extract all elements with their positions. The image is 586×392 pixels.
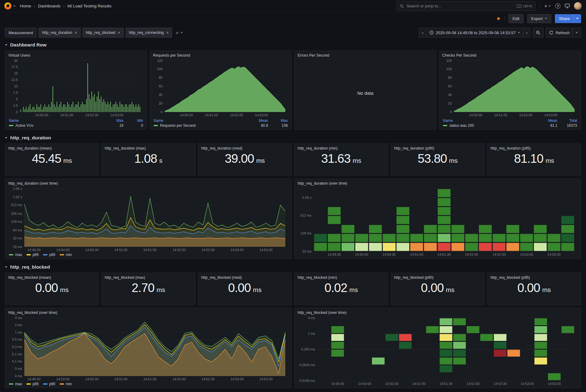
refresh-button[interactable]: Refresh <box>546 28 573 38</box>
legend-col-mean[interactable]: Mean <box>248 118 268 123</box>
zoom-out-icon <box>536 30 540 35</box>
remove-filter-icon[interactable]: × <box>74 30 77 35</box>
legend-col-name[interactable]: Name <box>443 118 538 123</box>
svg-text:14:50:30: 14:50:30 <box>85 377 98 381</box>
section-dashboard-row[interactable]: Dashboard Row <box>5 39 581 50</box>
share-menu-button[interactable] <box>574 14 581 23</box>
filter-key-measurement[interactable]: Measurement <box>5 28 37 38</box>
panel-title[interactable]: http_req_duration (med) <box>201 146 288 150</box>
svg-text:14:51:00: 14:51:00 <box>205 113 218 117</box>
filter-tag-http-req-connecting[interactable]: http_req_connecting × <box>126 28 172 38</box>
panel-title[interactable]: Checks Per Second <box>442 53 578 58</box>
panel-title[interactable]: http_req_duration (over time) <box>8 181 288 186</box>
panel-title[interactable]: http_req_blocked (min) <box>298 275 385 280</box>
top-nav: Home › Dashboards › k6 Load Testing Resu… <box>0 0 586 12</box>
panel-title[interactable]: http_req_duration (mean) <box>8 146 95 150</box>
legend-item-max[interactable]: max <box>9 382 22 386</box>
panel-title[interactable]: http_req_blocked (p90) <box>394 275 481 280</box>
legend-item-p90[interactable]: p90 <box>43 382 55 386</box>
panel-title[interactable]: Errors Per Second <box>298 53 433 58</box>
time-shift-back-button[interactable]: ‹ <box>419 28 426 38</box>
panel-title[interactable]: http_req_duration (p95) <box>491 146 578 150</box>
legend-value-mean: 61.1 <box>538 123 557 128</box>
legend-item-p90[interactable]: p90 <box>43 253 55 257</box>
export-button[interactable]: Export <box>527 14 552 23</box>
remove-filter-icon[interactable]: × <box>166 30 169 35</box>
legend-item-p95[interactable]: p95 <box>26 253 39 257</box>
breadcrumb-separator: › <box>63 4 65 9</box>
panel-title[interactable]: Requests per Second <box>153 53 288 58</box>
panel-title[interactable]: http_req_duration (over time) <box>298 181 578 186</box>
time-shift-forward-button[interactable]: › <box>523 28 530 38</box>
legend-col-max[interactable]: Max <box>268 118 288 123</box>
svg-text:0.1 ms: 0.1 ms <box>12 352 22 356</box>
panel-title[interactable]: http_req_blocked (over time) <box>8 310 288 315</box>
panel-title[interactable]: Virtual Users <box>8 53 144 58</box>
legend-item-min[interactable]: min <box>60 253 72 257</box>
svg-text:0.1 ms: 0.1 ms <box>12 359 22 363</box>
svg-text:4 ms: 4 ms <box>308 316 315 320</box>
panel-title[interactable]: http_req_duration (min) <box>298 146 385 150</box>
news-button[interactable] <box>565 4 570 8</box>
filter-tag-http-req-duration[interactable]: http_req_duration × <box>38 28 80 38</box>
export-caret-icon <box>545 18 547 19</box>
breadcrumb-dashboards[interactable]: Dashboards <box>38 4 61 8</box>
legend-series[interactable]: Active VUs <box>9 123 104 128</box>
panel-title[interactable]: http_req_duration (max) <box>105 146 192 150</box>
section-collapse-icon <box>5 44 7 46</box>
blocked-over-time-chart[interactable]: 0 ms0 ms0.1 ms0.1 ms0.3 ms0.5 ms1 ms2 ms… <box>8 315 288 382</box>
legend-col-min[interactable]: Min <box>123 118 143 123</box>
duration-heatmap-chart[interactable]: 32 ms128 ms512 ms2.05 s14:49:3014:50:001… <box>298 186 578 257</box>
section-http-req-blocked[interactable]: http_req_blocked <box>5 262 581 273</box>
legend-col-total[interactable]: Total <box>557 118 577 123</box>
stat-value: 0.00ms <box>394 280 481 303</box>
filter-dropdown-caret-icon[interactable] <box>180 32 183 33</box>
panel-title[interactable]: http_req_blocked (max) <box>105 275 192 280</box>
legend-col-max[interactable]: Max <box>104 118 123 123</box>
filter-tag-http-req-blocked[interactable]: http_req_blocked × <box>82 28 124 38</box>
panel-title[interactable]: http_req_blocked (med) <box>201 275 288 280</box>
svg-text:14:49:30: 14:49:30 <box>27 377 41 381</box>
dashboard-actions: ★ Edit Export Share <box>496 14 581 23</box>
panel-title[interactable]: http_req_duration (p90) <box>394 146 481 150</box>
time-range-group: ‹ 2025-09-08 14:49:08 to 2025-09-08 14:5… <box>419 28 530 38</box>
share-button[interactable]: Share <box>555 14 574 23</box>
panel-title[interactable]: http_req_blocked (mean) <box>8 275 95 280</box>
svg-text:0 ms: 0 ms <box>15 374 22 378</box>
edit-button[interactable]: Edit <box>508 14 523 23</box>
breadcrumb-home[interactable]: Home <box>20 4 31 8</box>
stat-blocked-p95: http_req_blocked (p95) 0.00ms <box>487 273 581 305</box>
panel-title[interactable]: http_req_blocked (over time) <box>298 310 578 315</box>
blocked-heatmap-chart[interactable]: 0.0156 ms0.0625 ms0.250 ms1 ms4 ms14:49:… <box>298 315 578 386</box>
legend-col-name[interactable]: Name <box>154 118 248 123</box>
export-label: Export <box>531 16 543 21</box>
checks-per-second-chart[interactable]: 02040608010012014:50:0014:51:0014:52:001… <box>442 58 578 118</box>
svg-text:0.0156 ms: 0.0156 ms <box>299 379 315 382</box>
remove-filter-icon[interactable]: × <box>118 30 120 35</box>
requests-per-second-chart[interactable]: 02040608010012014:50:0014:51:0014:52:001… <box>153 58 288 118</box>
panel-title[interactable]: http_req_blocked (p95) <box>491 275 578 280</box>
grafana-logo-icon[interactable] <box>4 2 11 10</box>
refresh-interval-button[interactable] <box>573 28 581 38</box>
stat-value: 45.45ms <box>8 151 95 174</box>
legend-col-mean[interactable]: Mean <box>538 118 557 123</box>
legend-series[interactable]: Requests per Second <box>154 123 248 128</box>
user-avatar[interactable] <box>574 2 582 10</box>
zoom-out-button[interactable] <box>533 28 544 38</box>
legend-col-name[interactable]: Name <box>9 118 104 123</box>
duration-over-time-chart[interactable]: 16 ms32 ms64 ms128 ms256 ms512 ms1.02 s2… <box>8 186 288 252</box>
clear-filters-icon[interactable]: × <box>176 30 179 35</box>
virtual-users-chart[interactable]: 02.557.51012.51517.52014:50:0014:51:0014… <box>8 58 144 118</box>
adhoc-filters: Measurement http_req_duration × http_req… <box>5 28 183 38</box>
time-range-picker[interactable]: 2025-09-08 14:49:08 to 2025-09-08 14:53:… <box>427 28 524 38</box>
legend-item-p95[interactable]: p95 <box>26 382 39 386</box>
search-input[interactable]: Search or jump to... ctrl+k <box>396 1 536 11</box>
legend-item-max[interactable]: max <box>9 253 22 257</box>
legend-item-min[interactable]: min <box>60 382 72 386</box>
org-menu-caret-icon[interactable] <box>13 6 16 7</box>
section-http-req-duration[interactable]: http_req_duration <box>5 132 581 143</box>
favorite-star-icon[interactable]: ★ <box>496 15 501 22</box>
add-button[interactable]: + <box>544 3 551 9</box>
help-button[interactable]: ? <box>555 3 560 9</box>
legend-series[interactable]: status was 200 <box>443 123 538 128</box>
